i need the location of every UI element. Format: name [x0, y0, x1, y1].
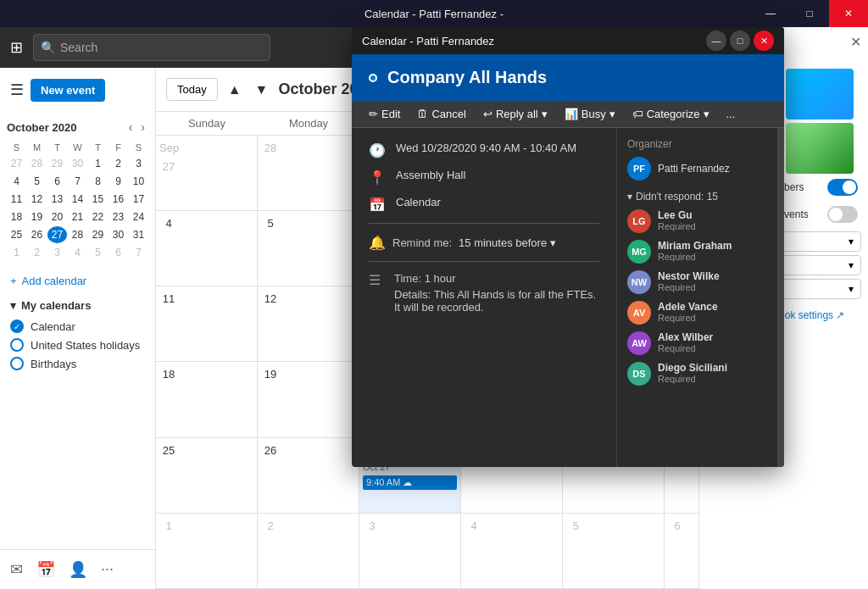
new-event-button[interactable]: New event: [31, 79, 105, 102]
remind-dropdown[interactable]: 15 minutes before ▾: [459, 236, 556, 249]
cal-cell[interactable]: 5: [563, 514, 665, 588]
mini-day[interactable]: 19: [27, 208, 47, 225]
mini-day[interactable]: 10: [129, 173, 148, 190]
mini-day[interactable]: 20: [47, 208, 67, 225]
mini-day[interactable]: 22: [88, 208, 108, 225]
mini-day[interactable]: 24: [129, 208, 148, 225]
mini-day[interactable]: 4: [68, 244, 87, 261]
cal-cell[interactable]: 28: [258, 136, 359, 210]
mini-day[interactable]: 5: [27, 173, 47, 190]
mini-day[interactable]: 25: [7, 226, 26, 243]
busy-button[interactable]: 📊 Busy ▾: [558, 104, 622, 124]
mini-day[interactable]: 28: [27, 155, 47, 172]
mini-day[interactable]: 4: [7, 173, 26, 190]
minimize-button[interactable]: —: [751, 0, 790, 27]
mini-day[interactable]: 28: [68, 226, 87, 243]
mini-day[interactable]: 2: [108, 155, 128, 172]
mini-day[interactable]: 7: [129, 244, 148, 261]
mini-day[interactable]: 18: [7, 208, 26, 225]
calendar-icon[interactable]: 📅: [33, 557, 58, 582]
calendar-item-calendar[interactable]: Calendar: [10, 317, 145, 336]
mini-day-today[interactable]: 27: [47, 226, 67, 243]
mini-day[interactable]: 12: [27, 191, 47, 208]
cal-cell[interactable]: 25: [156, 438, 258, 513]
mini-day[interactable]: 7: [68, 173, 87, 190]
mini-day[interactable]: 29: [47, 155, 67, 172]
mini-day[interactable]: 1: [88, 155, 108, 172]
mini-day[interactable]: 23: [108, 208, 128, 225]
mini-day[interactable]: 16: [108, 191, 128, 208]
mini-day[interactable]: 8: [88, 173, 108, 190]
mini-day[interactable]: 21: [68, 208, 87, 225]
maximize-button[interactable]: □: [790, 0, 829, 27]
settings-close-button[interactable]: ✕: [850, 34, 861, 50]
more-button[interactable]: ...: [720, 104, 743, 124]
cal-cell[interactable]: 1: [156, 514, 258, 588]
mini-day[interactable]: 29: [88, 226, 108, 243]
cal-cell[interactable]: 11: [156, 286, 258, 361]
mini-day[interactable]: 14: [68, 191, 87, 208]
mini-day[interactable]: 17: [129, 191, 148, 208]
cal-cell[interactable]: 4: [156, 211, 258, 286]
calendar-item-us-holidays[interactable]: United States holidays: [10, 336, 145, 354]
mini-day[interactable]: 1: [7, 244, 26, 261]
mini-cal-prev[interactable]: ‹: [125, 119, 136, 136]
us-holidays-checkbox[interactable]: [10, 338, 24, 352]
hamburger-button[interactable]: ☰: [10, 81, 24, 99]
cal-cell[interactable]: 3: [359, 514, 461, 588]
mini-day[interactable]: 5: [88, 244, 108, 261]
mini-day[interactable]: 2: [27, 244, 47, 261]
thumb-weekly[interactable]: [786, 69, 854, 119]
cal-cell[interactable]: 5: [258, 211, 359, 286]
scrollbar[interactable]: [777, 128, 784, 467]
mini-day[interactable]: 31: [129, 226, 148, 243]
mini-day[interactable]: 6: [47, 173, 67, 190]
cal-cell[interactable]: Sep 27: [156, 136, 258, 210]
add-calendar-button[interactable]: + Add calendar: [0, 268, 155, 294]
week-numbers-toggle[interactable]: [827, 179, 858, 196]
event-calendar: Calendar: [396, 196, 441, 208]
mini-cal-next[interactable]: ›: [137, 119, 148, 136]
mini-day[interactable]: 30: [68, 155, 87, 172]
cal-cell[interactable]: 2: [258, 514, 359, 588]
popup-close-button[interactable]: ✕: [754, 31, 774, 51]
my-calendars-header[interactable]: ▾ My calendars: [10, 299, 145, 312]
prev-month-button[interactable]: ▲: [225, 79, 245, 101]
mini-day[interactable]: 3: [47, 244, 67, 261]
mini-day[interactable]: 15: [88, 191, 108, 208]
mini-day[interactable]: 3: [129, 155, 148, 172]
apps-icon[interactable]: ⊞: [7, 35, 26, 60]
mini-day[interactable]: 13: [47, 191, 67, 208]
mini-day[interactable]: 27: [7, 155, 26, 172]
calendar-item-birthdays[interactable]: Birthdays: [10, 354, 145, 373]
cal-cell[interactable]: 4: [461, 514, 563, 588]
calendar-checkbox[interactable]: [10, 320, 24, 333]
cal-cell[interactable]: 12: [258, 286, 359, 361]
people-icon[interactable]: 👤: [65, 557, 91, 582]
mini-day[interactable]: 6: [108, 244, 128, 261]
mini-day[interactable]: 9: [108, 173, 128, 190]
reply-all-button[interactable]: ↩ Reply all ▾: [476, 104, 554, 124]
today-button[interactable]: Today: [166, 78, 218, 101]
search-box[interactable]: 🔍 Search: [33, 34, 270, 61]
categorize-button[interactable]: 🏷 Categorize ▾: [626, 104, 716, 124]
next-month-button[interactable]: ▼: [252, 79, 272, 101]
popup-maximize-button[interactable]: □: [730, 31, 750, 51]
popup-minimize-button[interactable]: —: [706, 31, 726, 51]
mini-day[interactable]: 26: [27, 226, 47, 243]
more-icon[interactable]: ···: [97, 557, 117, 582]
edit-button[interactable]: ✏ Edit: [362, 104, 407, 124]
mail-icon[interactable]: ✉: [7, 557, 26, 582]
declined-events-toggle[interactable]: [827, 206, 858, 223]
cal-cell[interactable]: 18: [156, 362, 258, 436]
mini-cal-title[interactable]: October 2020: [7, 121, 76, 134]
mini-day[interactable]: 11: [7, 191, 26, 208]
birthdays-checkbox[interactable]: [10, 357, 24, 370]
cal-cell[interactable]: 26: [258, 438, 359, 513]
cal-cell[interactable]: 19: [258, 362, 359, 436]
mini-day[interactable]: 30: [108, 226, 128, 243]
cancel-event-button[interactable]: 🗓 Cancel: [410, 104, 472, 124]
cal-event[interactable]: 9:40 AM ☁: [363, 475, 457, 490]
thumb-split[interactable]: [786, 123, 854, 174]
close-button[interactable]: ✕: [829, 0, 868, 27]
